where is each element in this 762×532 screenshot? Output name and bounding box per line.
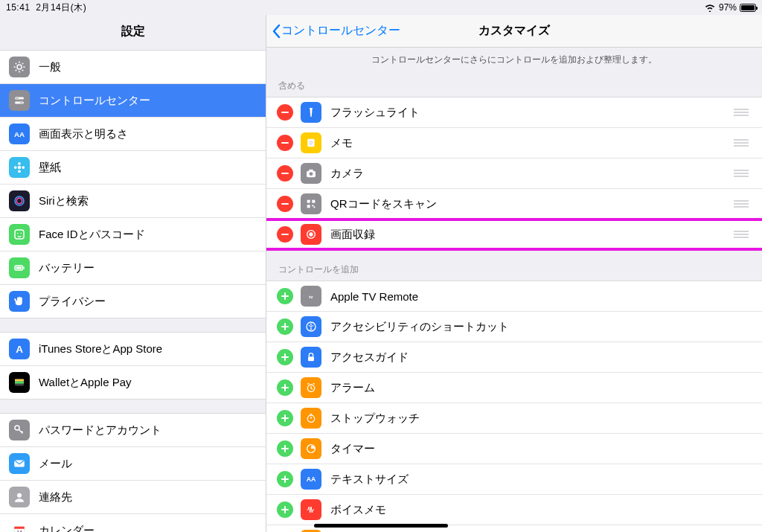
back-button[interactable]: コントロールセンター [266,23,400,39]
sidebar-item-passwords[interactable]: パスワードとアカウント [0,414,266,447]
control-center-icon [9,90,30,111]
control-label: 画面収録 [330,228,734,242]
sidebar-item-label: パスワードとアカウント [39,423,161,438]
control-row-appletv: tvApple TV Remote [266,281,762,312]
add-button[interactable] [277,288,293,304]
status-bar: 15:41 2月14日(木) 97% [0,0,762,15]
svg-rect-13 [15,230,24,239]
sidebar-item-calendar[interactable]: 14カレンダー [0,514,266,532]
faceid-icon [9,224,30,245]
control-label: カメラ [330,167,734,181]
sidebar-item-label: メール [39,457,72,471]
detail-pane: コントロールセンター カスタマイズ コントロールセンターにさらにコントロールを追… [266,15,762,532]
wallpaper-icon [9,157,30,178]
contacts-icon [9,487,30,507]
sidebar-item-label: コントロールセンター [39,94,150,108]
svg-rect-53 [313,206,315,208]
control-label: アクセシビリティのショートカット [330,320,752,334]
sidebar-item-itunes[interactable]: AiTunes StoreとApp Store [0,333,266,366]
remove-button[interactable] [277,226,293,243]
sidebar-item-label: 一般 [39,60,61,74]
section-add: コントロールを追加 [266,250,762,281]
svg-point-12 [16,198,22,204]
add-button[interactable] [277,471,293,487]
svg-rect-21 [15,379,24,382]
sidebar-item-battery[interactable]: バッテリー [0,251,266,285]
drag-handle-icon[interactable] [734,200,752,208]
control-row-textsize: AAテキストサイズ [266,464,762,495]
svg-point-15 [21,233,22,234]
back-label: コントロールセンター [281,23,400,39]
svg-rect-50 [312,200,315,203]
svg-point-69 [310,324,312,325]
sidebar-item-privacy[interactable]: プライバシー [0,285,266,318]
sidebar-item-label: カレンダー [39,524,95,533]
home-indicator[interactable] [314,524,448,528]
remove-button[interactable] [277,196,293,212]
control-row-alarm: アラーム [266,373,762,403]
svg-point-7 [18,162,21,165]
svg-point-9 [14,166,17,169]
sidebar-item-control-center[interactable]: コントロールセンター [0,84,266,118]
settings-sidebar: 設定 一般コントロールセンターAA画面表示と明るさ壁紙Siriと検索Face I… [0,15,266,532]
appletv-icon: tv [301,286,321,307]
sidebar-item-faceid[interactable]: Face IDとパスコード [0,218,266,251]
svg-point-43 [309,172,313,176]
drag-handle-icon[interactable] [734,170,752,177]
svg-point-59 [309,232,313,236]
control-label: ストップウォッチ [330,411,752,426]
sidebar-item-label: Face IDとパスコード [39,228,145,242]
sidebar-item-mail[interactable]: メール [0,447,266,481]
notes-icon [301,132,321,153]
control-row-notes: メモ [266,128,762,158]
sidebar-item-wallpaper[interactable]: 壁紙 [0,151,266,185]
add-button[interactable] [277,501,293,518]
control-label: アクセスガイド [330,350,752,365]
flashlight-icon [301,102,321,123]
wifi-icon [704,3,716,12]
control-label: タイマー [330,442,752,456]
sidebar-item-label: 壁紙 [39,161,61,175]
qr-icon [301,193,321,214]
svg-text:AA: AA [307,475,316,483]
drag-handle-icon[interactable] [734,231,752,238]
add-button[interactable] [277,318,293,335]
detail-description: コントロールセンターにさらにコントロールを追加および整理します。 [266,48,762,66]
control-row-qr: QRコードをスキャン [266,189,762,219]
privacy-icon [9,291,30,312]
add-button[interactable] [277,379,293,396]
svg-point-6 [18,166,22,170]
remove-button[interactable] [277,165,293,182]
control-label: ボイスメモ [330,503,752,517]
sidebar-item-wallet[interactable]: WalletとApple Pay [0,366,266,399]
drag-handle-icon[interactable] [734,139,752,147]
add-button[interactable] [277,349,293,365]
sidebar-item-display[interactable]: AA画面表示と明るさ [0,118,266,151]
remove-button[interactable] [277,135,293,151]
sidebar-item-general[interactable]: 一般 [0,51,266,84]
general-icon [9,57,30,77]
add-button[interactable] [277,410,293,426]
control-row-voicememo: ボイスメモ [266,495,762,525]
navbar: コントロールセンター カスタマイズ [266,15,762,48]
svg-point-10 [22,166,25,169]
sidebar-item-contacts[interactable]: 連絡先 [0,481,266,514]
calendar-icon: 14 [9,520,30,532]
drag-handle-icon[interactable] [734,109,752,116]
add-button[interactable] [277,440,293,457]
status-date: 2月14日(木) [36,2,86,13]
svg-rect-51 [307,205,310,208]
svg-rect-17 [23,267,25,269]
control-row-flashlight: フラッシュライト [266,97,762,128]
sidebar-item-siri[interactable]: Siriと検索 [0,185,266,218]
control-row-a11y: アクセシビリティのショートカット [266,312,762,342]
control-label: アラーム [330,381,752,395]
sidebar-item-label: バッテリー [39,261,95,275]
sidebar-item-label: 画面表示と明るさ [39,127,128,141]
remove-button[interactable] [277,104,293,121]
section-include: 含める [266,66,762,97]
sidebar-item-label: 連絡先 [39,490,72,504]
battery-icon [9,257,30,278]
camera-icon [301,163,321,184]
control-label: QRコードをスキャン [330,197,734,211]
